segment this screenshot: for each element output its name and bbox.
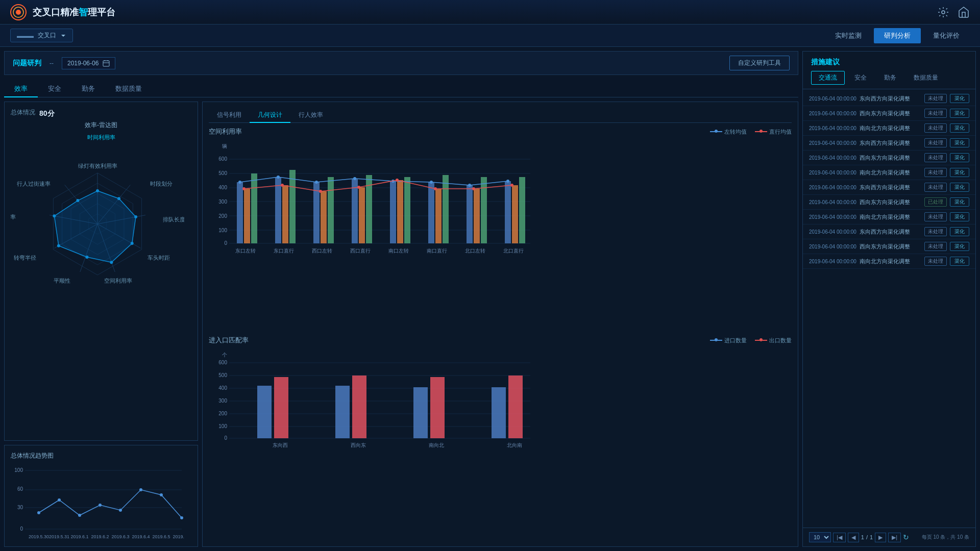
- svg-rect-95: [467, 185, 473, 243]
- item-description: 南向北方向渠化调整: [860, 258, 921, 265]
- svg-text:西口直行: 西口直行: [350, 248, 371, 254]
- chart-tab-geometry[interactable]: 几何设计: [250, 108, 290, 123]
- action-button[interactable]: 渠化: [950, 227, 969, 236]
- svg-text:500: 500: [218, 170, 227, 176]
- svg-text:北口直行: 北口直行: [503, 248, 524, 254]
- next-page-button[interactable]: ▶: [875, 533, 886, 542]
- svg-point-22: [134, 215, 137, 218]
- nav-tab-quantify[interactable]: 量化评价: [923, 28, 970, 43]
- svg-rect-84: [321, 191, 327, 243]
- settings-icon[interactable]: [937, 6, 949, 18]
- svg-rect-90: [397, 180, 403, 243]
- svg-text:300: 300: [218, 199, 227, 205]
- svg-text:个: 个: [222, 352, 227, 358]
- trend-panel: 总体情况趋势图 100 60 30 0: [4, 445, 198, 547]
- svg-text:东口直行: 东口直行: [274, 248, 294, 254]
- right-tab-data-quality[interactable]: 数据质量: [906, 71, 946, 85]
- svg-text:南口直行: 南口直行: [427, 248, 447, 254]
- right-tab-duty[interactable]: 勤务: [876, 71, 904, 85]
- svg-rect-96: [474, 189, 480, 243]
- right-panel: 措施建议 交通流 安全 勤务 数据质量 2019-06-04 00:00:00 …: [802, 51, 976, 547]
- svg-rect-147: [508, 375, 523, 438]
- svg-point-50: [119, 509, 122, 512]
- right-tab-traffic[interactable]: 交通流: [811, 71, 845, 85]
- trend-chart: 100 60 30 0: [11, 464, 184, 543]
- svg-text:西向东: 西向东: [351, 442, 366, 448]
- space-chart-section: 空间利用率 左转均值: [209, 127, 792, 332]
- action-button[interactable]: 渠化: [950, 123, 969, 133]
- action-button[interactable]: 渠化: [950, 138, 969, 147]
- legend-left-turn: 左转均值: [710, 128, 747, 136]
- radar-title: 效率-雷达图: [11, 121, 191, 130]
- status-badge: 未处理: [924, 227, 947, 236]
- nav-tab-realtime[interactable]: 实时监测: [825, 28, 872, 43]
- svg-rect-142: [335, 386, 350, 438]
- action-button[interactable]: 渠化: [950, 168, 969, 177]
- space-chart-header: 空间利用率 左转均值: [209, 127, 792, 136]
- svg-text:进入口匹配率: 进入口匹配率: [11, 214, 16, 220]
- svg-text:平顺性: 平顺性: [54, 278, 70, 284]
- svg-text:200: 200: [218, 213, 227, 219]
- action-button[interactable]: 渠化: [950, 197, 969, 207]
- sub-tab-duty[interactable]: 勤务: [71, 81, 105, 97]
- item-date: 2019-06-04 00:00:00: [809, 96, 856, 102]
- sub-tab-efficiency[interactable]: 效率: [4, 81, 38, 97]
- logo-icon: [10, 4, 27, 20]
- custom-tool-button[interactable]: 自定义研判工具: [729, 56, 790, 70]
- action-button[interactable]: 渠化: [950, 183, 969, 192]
- svg-point-115: [472, 187, 475, 190]
- dropdown-arrow-icon: [60, 33, 66, 39]
- item-description: 南向北方向渠化调整: [860, 169, 921, 177]
- svg-point-106: [430, 181, 433, 184]
- svg-text:300: 300: [218, 398, 227, 404]
- svg-rect-100: [519, 177, 525, 243]
- svg-text:2019.6.1: 2019.6.1: [70, 534, 88, 539]
- nav-tabs: 实时监测 研判分析 量化评价: [825, 28, 970, 43]
- item-description: 东向西方向渠化调整: [860, 228, 921, 236]
- svg-rect-91: [404, 177, 410, 243]
- space-utilization-chart: 辆 600 500 400 300 200 100 0: [209, 140, 535, 258]
- svg-rect-80: [275, 177, 281, 243]
- item-description: 东向西方向渠化调整: [860, 184, 921, 191]
- nav-tab-analysis[interactable]: 研判分析: [874, 28, 921, 43]
- action-button[interactable]: 渠化: [950, 242, 969, 251]
- home-icon[interactable]: [958, 6, 970, 18]
- svg-text:2019.5.31: 2019.5.31: [49, 534, 69, 539]
- space-chart-title: 空间利用率: [209, 127, 242, 136]
- svg-point-112: [357, 186, 360, 189]
- svg-text:绿灯有效利用率: 绿灯有效利用率: [78, 163, 117, 169]
- sub-tab-safety[interactable]: 安全: [38, 81, 71, 97]
- chart-tab-pedestrian[interactable]: 行人效率: [290, 108, 331, 123]
- refresh-button[interactable]: ↻: [903, 533, 909, 541]
- svg-point-114: [434, 187, 437, 190]
- action-button[interactable]: 渠化: [950, 257, 969, 266]
- item-description: 西向东方向渠化调整: [860, 154, 921, 162]
- svg-point-51: [139, 488, 142, 491]
- svg-text:100: 100: [218, 228, 227, 233]
- svg-text:600: 600: [218, 156, 227, 162]
- item-date: 2019-06-04 00:00:00: [809, 199, 856, 205]
- right-panel-title: 措施建议: [811, 58, 967, 67]
- calendar-icon[interactable]: [103, 60, 110, 67]
- per-page-summary: 每页 10 条，共 10 条: [922, 534, 969, 541]
- pagination-footer: 10 20 50 |◀ ◀ 1 / 1 ▶ ▶| ↻ 每页 10 条，共 10 …: [803, 528, 975, 546]
- action-button[interactable]: 渠化: [950, 153, 969, 162]
- chart-tab-signal[interactable]: 信号利用: [209, 108, 250, 123]
- location-selector[interactable]: ▬▬▬ 交叉口: [10, 29, 73, 42]
- item-date: 2019-06-04 00:00:00: [809, 140, 856, 146]
- svg-rect-78: [244, 189, 250, 243]
- top-bar: 问题研判 -- 2019-06-06 自定义研判工具: [4, 51, 798, 75]
- sub-tab-data-quality[interactable]: 数据质量: [105, 81, 152, 97]
- last-page-button[interactable]: ▶|: [888, 533, 901, 542]
- action-button[interactable]: 渠化: [950, 94, 969, 103]
- right-tab-safety[interactable]: 安全: [847, 71, 874, 85]
- list-item: 2019-06-04 00:00:00 西向东方向渠化调整 未处理 渠化: [803, 239, 975, 254]
- action-button[interactable]: 渠化: [950, 212, 969, 221]
- overview-score: 80分: [39, 109, 55, 118]
- svg-point-52: [160, 493, 163, 496]
- prev-page-button[interactable]: ◀: [848, 533, 859, 542]
- list-item: 2019-06-04 00:00:00 西向东方向渠化调整 未处理 渠化: [803, 151, 975, 165]
- action-button[interactable]: 渠化: [950, 109, 969, 118]
- first-page-button[interactable]: |◀: [833, 533, 846, 542]
- per-page-select[interactable]: 10 20 50: [809, 532, 831, 542]
